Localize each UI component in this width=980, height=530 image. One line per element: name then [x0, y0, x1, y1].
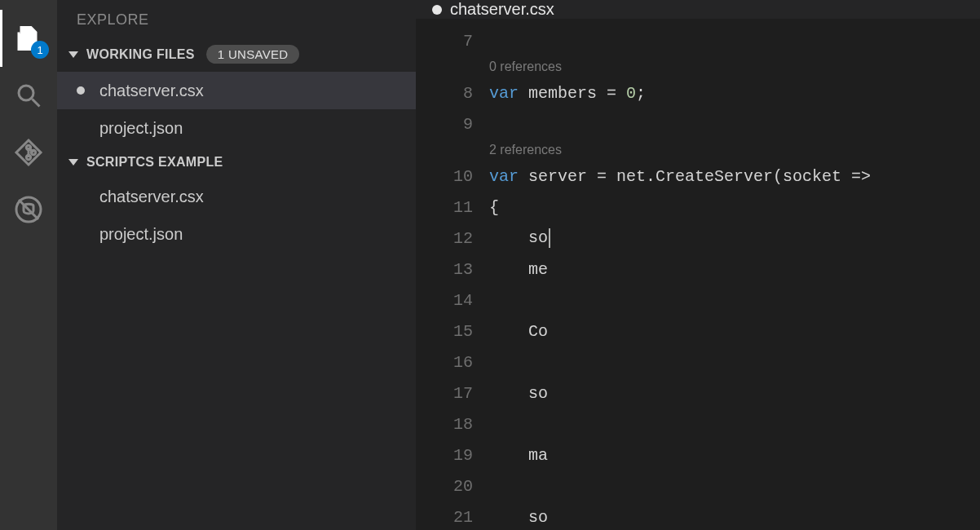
project-file-item[interactable]: project.json [57, 215, 416, 253]
svg-line-1 [33, 99, 40, 107]
tab-bar: chatserver.csx [416, 0, 980, 19]
code-text: { [489, 198, 499, 217]
line-number: 12 [416, 229, 489, 248]
editor: chatserver.csx 70 references8var members… [416, 0, 980, 530]
svg-point-0 [19, 86, 33, 100]
line-number: 7 [416, 32, 489, 51]
line-number: 11 [416, 198, 489, 217]
file-label: chatserver.csx [99, 188, 204, 206]
code-text: me [489, 260, 548, 279]
code-line[interactable]: 13 me [416, 254, 980, 285]
code-line[interactable]: 21 so [416, 501, 980, 530]
activity-bar: 1 [0, 0, 57, 530]
code-text: 0 references [489, 60, 562, 74]
code-line[interactable]: 0 references [416, 56, 980, 77]
working-files-label: WORKING FILES [86, 47, 195, 62]
working-files-header[interactable]: WORKING FILES 1 UNSAVED [57, 37, 416, 72]
activity-git[interactable] [0, 124, 57, 181]
project-label: SCRIPTCS EXAMPLE [86, 155, 223, 170]
text-cursor [549, 228, 550, 248]
file-label: chatserver.csx [99, 82, 204, 100]
chevron-down-icon [68, 51, 78, 58]
project-file-item[interactable]: chatserver.csx [57, 178, 416, 215]
code-text: so [489, 508, 548, 527]
line-number: 18 [416, 415, 489, 434]
activity-search[interactable] [0, 67, 57, 124]
line-number: 15 [416, 322, 489, 341]
code-text: var server = net.CreateServer(socket => [489, 167, 871, 186]
tab-label: chatserver.csx [450, 0, 554, 19]
code-line[interactable]: 8var members = 0; [416, 77, 980, 108]
sidebar-title: EXPLORE [57, 0, 416, 37]
line-number: 14 [416, 291, 489, 310]
working-file-item[interactable]: project.json [57, 109, 416, 147]
code-text: ma [489, 446, 548, 465]
code-line[interactable]: 16 [416, 347, 980, 378]
code-line[interactable]: 9 [416, 108, 980, 139]
line-number: 17 [416, 384, 489, 403]
code-area[interactable]: 70 references8var members = 0;92 referen… [416, 19, 980, 530]
code-line[interactable]: 10var server = net.CreateServer(socket =… [416, 161, 980, 192]
project-files-list: chatserver.csxproject.json [57, 178, 416, 253]
code-line[interactable]: 2 references [416, 139, 980, 161]
code-line[interactable]: 17 so [416, 378, 980, 409]
line-number: 19 [416, 446, 489, 465]
code-text: var members = 0; [489, 84, 646, 103]
code-text: 2 references [489, 143, 562, 157]
project-header[interactable]: SCRIPTCS EXAMPLE [57, 147, 416, 178]
line-number: 13 [416, 260, 489, 279]
line-number: 10 [416, 167, 489, 186]
line-number: 9 [416, 115, 489, 134]
working-files-list: chatserver.csxproject.json [57, 72, 416, 147]
line-number: 21 [416, 508, 489, 527]
editor-tab[interactable]: chatserver.csx [432, 0, 554, 19]
code-text: Co [489, 322, 548, 341]
code-line[interactable]: 7 [416, 25, 980, 56]
code-line[interactable]: 12 so [416, 223, 980, 254]
dirty-indicator-icon [432, 5, 442, 15]
dirty-indicator-icon [77, 86, 85, 95]
code-line[interactable]: 20 [416, 470, 980, 501]
code-line[interactable]: 11{ [416, 192, 980, 223]
unsaved-badge: 1 UNSAVED [206, 45, 300, 64]
code-line[interactable]: 18 [416, 409, 980, 439]
code-text: so [489, 384, 548, 403]
activity-explorer[interactable]: 1 [0, 10, 57, 67]
file-label: project.json [99, 119, 183, 138]
chevron-down-icon [68, 159, 78, 166]
line-number: 8 [416, 84, 489, 103]
code-line[interactable]: 15 Co [416, 316, 980, 347]
line-number: 16 [416, 353, 489, 372]
working-file-item[interactable]: chatserver.csx [57, 72, 416, 109]
line-number: 20 [416, 477, 489, 496]
svg-line-6 [19, 200, 38, 219]
activity-badge: 1 [31, 41, 49, 59]
file-label: project.json [99, 225, 183, 244]
activity-debug[interactable] [0, 181, 57, 238]
code-text: so [489, 228, 550, 248]
code-line[interactable]: 19 ma [416, 439, 980, 470]
code-line[interactable]: 14 [416, 285, 980, 316]
sidebar: EXPLORE WORKING FILES 1 UNSAVED chatserv… [57, 0, 416, 530]
